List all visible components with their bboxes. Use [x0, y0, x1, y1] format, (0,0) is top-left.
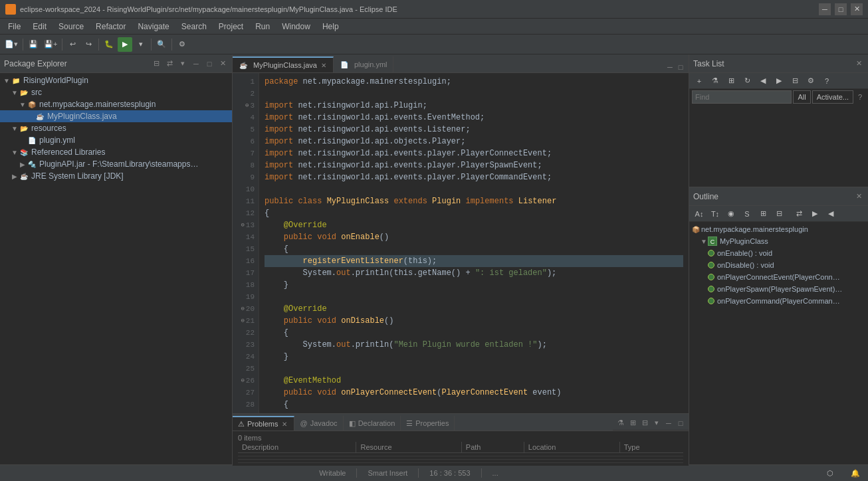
task-activate-btn[interactable]: Activate...	[812, 90, 853, 104]
task-all-btn[interactable]: All	[793, 90, 810, 104]
menu-run[interactable]: Run	[250, 21, 275, 33]
maximize-panel-button[interactable]: □	[204, 58, 215, 69]
expand-arrow-src[interactable]: ▼	[11, 88, 19, 96]
outline-hide-static[interactable]: S	[740, 207, 754, 221]
outline-sort-alpha[interactable]: A↕	[692, 207, 706, 221]
task-find-input[interactable]	[692, 90, 792, 104]
task-refresh-btn[interactable]: ↻	[740, 74, 754, 88]
expand-arrow-package[interactable]: ▼	[19, 100, 27, 108]
outline-sort-type[interactable]: T↕	[708, 207, 722, 221]
close-panel-button[interactable]: ✕	[217, 58, 228, 69]
link-editor-button[interactable]: ⇄	[164, 58, 175, 69]
tree-item-package[interactable]: ▼ 📦 net.mypackage.mainerstesplugin	[0, 98, 232, 110]
editor-maximize[interactable]: □	[675, 62, 686, 72]
outline-package[interactable]: 📦 net.mypackage.mainerstesplugin	[689, 223, 868, 235]
outline-method-onplayerspawn[interactable]: onPlayerSpawn(PlayerSpawnEvent) : vo...	[689, 283, 868, 295]
outline-next-ann[interactable]: ▶	[808, 207, 822, 221]
expand-all-btn[interactable]: ⊞	[627, 418, 638, 429]
run-dropdown[interactable]: ▾	[134, 37, 148, 52]
bottom-maximize[interactable]: □	[675, 418, 686, 429]
editor-minimize[interactable]: ─	[665, 62, 675, 72]
tab-plugin-yml[interactable]: 📄 plugin.yml	[334, 56, 393, 72]
package-tree[interactable]: ▼ 📁 RisingWorldPlugin ▼ 📂 src ▼ 📦 net.my…	[0, 73, 232, 464]
outline-method-ondisable[interactable]: onDisable() : void	[689, 259, 868, 271]
view-menu-button[interactable]: ▾	[177, 58, 188, 69]
view-menu-bottom[interactable]: ▾	[651, 418, 662, 429]
task-columns-btn[interactable]: ⊞	[724, 74, 738, 88]
minimize-button[interactable]: ─	[819, 3, 831, 15]
task-prev-btn[interactable]: ◀	[756, 74, 770, 88]
menu-refactor[interactable]: Refactor	[90, 21, 131, 33]
menu-project[interactable]: Project	[213, 21, 249, 33]
task-settings-btn[interactable]: ⚙	[804, 74, 818, 88]
expand-arrow-resources[interactable]: ▼	[11, 124, 19, 132]
expand-arrow-reflibs[interactable]: ▼	[11, 148, 19, 156]
collapse-btn[interactable]: ⊟	[639, 418, 650, 429]
tab-mypluginclass[interactable]: ☕ MyPluginClass.java ✕	[233, 56, 334, 72]
outline-collapse[interactable]: ⊟	[772, 207, 786, 221]
tree-item-reflibs[interactable]: ▼ 📚 Referenced Libraries	[0, 146, 232, 158]
outline-hide-fields[interactable]: ◉	[724, 207, 738, 221]
expand-arrow-project[interactable]: ▼	[3, 76, 11, 84]
menu-window[interactable]: Window	[276, 21, 316, 33]
tree-item-plugin-yml[interactable]: 📄 plugin.yml	[0, 134, 232, 146]
undo-button[interactable]: ↩	[65, 37, 80, 52]
save-all-button[interactable]: 💾+	[42, 37, 59, 52]
collapse-all-button[interactable]: ⊟	[151, 58, 162, 69]
outline-method-onplayerconnect[interactable]: onPlayerConnectEvent(PlayerConnectE...	[689, 271, 868, 283]
menu-source[interactable]: Source	[53, 21, 89, 33]
menu-help[interactable]: Help	[317, 21, 344, 33]
bottom-tab-problems[interactable]: ⚠ Problems ✕	[233, 416, 294, 431]
bottom-tab-properties[interactable]: ☰ Properties	[401, 416, 455, 431]
perspective-button[interactable]: ⬡	[823, 466, 837, 480]
settings-button[interactable]: ⚙	[175, 37, 189, 52]
new-button[interactable]: 📄▾	[3, 37, 20, 52]
eclipse-icon	[5, 4, 16, 15]
outline-link[interactable]: ⇄	[792, 207, 806, 221]
problems-tab-close[interactable]: ✕	[280, 421, 288, 428]
bottom-minimize[interactable]: ─	[663, 418, 674, 429]
outline-tree[interactable]: 📦 net.mypackage.mainerstesplugin ▼ C MyP…	[689, 222, 868, 464]
bottom-tab-declaration[interactable]: ◧ Declaration	[344, 416, 401, 431]
editor-content[interactable]: 1 2 ⊖3 4 5 6 7 8 9 10 11 12 ⊖13 14	[233, 73, 689, 413]
task-collapse-btn[interactable]: ⊟	[788, 74, 802, 88]
filter-button[interactable]: ⚗	[615, 418, 626, 429]
redo-button[interactable]: ↪	[81, 37, 96, 52]
tree-item-pluginapi-jar[interactable]: ▶ 🔩 PluginAPI.jar - F:\SteamLibrary\stea…	[0, 158, 232, 170]
outline-expand[interactable]: ⊞	[756, 207, 770, 221]
tree-item-src[interactable]: ▼ 📂 src	[0, 86, 232, 98]
expand-arrow-jre[interactable]: ▶	[11, 172, 19, 180]
menu-edit[interactable]: Edit	[27, 21, 52, 33]
debug-button[interactable]: 🐛	[102, 37, 116, 52]
task-next-btn[interactable]: ▶	[772, 74, 786, 88]
run-button[interactable]: ▶	[118, 37, 132, 52]
maximize-button[interactable]: □	[835, 3, 847, 15]
task-find-help[interactable]: ?	[855, 92, 865, 102]
tab-close-mypluginclass[interactable]: ✕	[320, 62, 328, 69]
expand-arrow-jar[interactable]: ▶	[19, 160, 27, 168]
task-new-btn[interactable]: +	[692, 74, 706, 88]
task-filter-btn[interactable]: ⚗	[708, 74, 722, 88]
task-list-close[interactable]: ✕	[853, 58, 864, 69]
outline-prev-ann[interactable]: ◀	[823, 207, 838, 221]
tree-item-resources[interactable]: ▼ 📂 resources	[0, 122, 232, 134]
save-button[interactable]: 💾	[26, 37, 41, 52]
menu-file[interactable]: File	[3, 21, 26, 33]
outline-class[interactable]: ▼ C MyPluginClass	[689, 235, 868, 247]
menu-search[interactable]: Search	[176, 21, 212, 33]
tree-item-mypluginclass[interactable]: ☕ MyPluginClass.java	[0, 110, 232, 122]
close-button[interactable]: ✕	[851, 3, 863, 15]
code-lines[interactable]: package net.mypackage.mainerstesplugin; …	[259, 73, 689, 413]
menu-navigate[interactable]: Navigate	[132, 21, 174, 33]
tree-item-project[interactable]: ▼ 📁 RisingWorldPlugin	[0, 74, 232, 86]
bottom-tab-javadoc[interactable]: @ Javadoc	[294, 416, 343, 431]
outline-method-onplayercommand[interactable]: onPlayerCommand(PlayerCommandEv...	[689, 295, 868, 307]
notification-button[interactable]: 🔔	[848, 466, 863, 480]
search-button[interactable]: 🔍	[154, 37, 169, 52]
outline-close[interactable]: ✕	[853, 191, 864, 202]
tree-item-jre[interactable]: ▶ ☕ JRE System Library [JDK]	[0, 170, 232, 182]
outline-method-onenable[interactable]: onEnable() : void	[689, 247, 868, 259]
task-help-btn[interactable]: ?	[819, 74, 834, 88]
outline-class-arrow[interactable]: ▼	[700, 237, 708, 245]
minimize-panel-button[interactable]: ─	[191, 58, 201, 69]
